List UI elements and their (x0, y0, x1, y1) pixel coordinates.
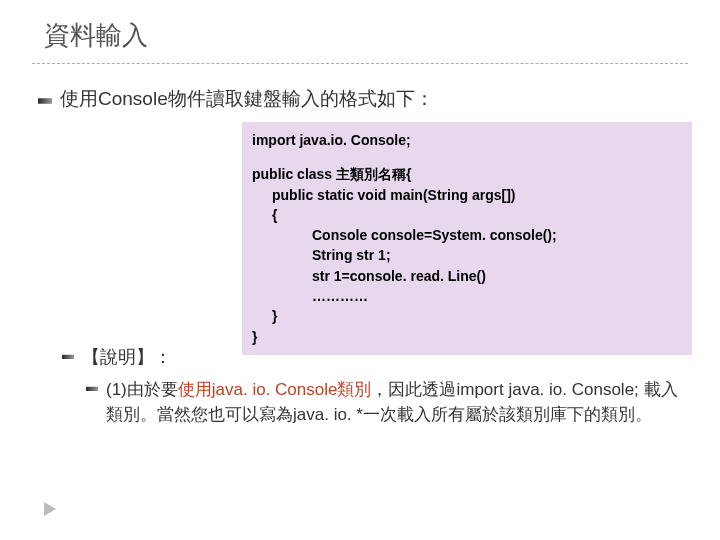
bullet-icon (86, 382, 98, 396)
slide-title: 資料輸入 (32, 18, 688, 53)
note-prefix: (1)由於要 (106, 380, 178, 399)
code-line: import java.io. Console; (252, 130, 682, 150)
note-highlight: 使用java. io. Console類別 (178, 380, 372, 399)
code-block: import java.io. Console; public class 主類… (242, 122, 692, 355)
code-line: } (252, 327, 682, 347)
next-arrow-icon (44, 502, 56, 516)
section-row: 【說明】： (62, 345, 688, 369)
section-label: 【說明】： (82, 345, 172, 369)
divider (32, 63, 688, 64)
lead-row: 使用Console物件讀取鍵盤輸入的格式如下： (38, 86, 688, 112)
bullet-icon (62, 350, 74, 364)
bullet-icon (38, 92, 52, 110)
note-row: (1)由於要使用java. io. Console類別，因此透過import j… (86, 377, 688, 428)
note-text: (1)由於要使用java. io. Console類別，因此透過import j… (106, 377, 688, 428)
code-line: public static void main(String args[]) (252, 185, 682, 205)
code-line: String str 1; (252, 245, 682, 265)
code-line: Console console=System. console(); (252, 225, 682, 245)
code-line: str 1=console. read. Line() (252, 266, 682, 286)
code-line: { (252, 205, 682, 225)
lead-text: 使用Console物件讀取鍵盤輸入的格式如下： (60, 86, 434, 112)
code-line: public class 主類別名稱{ (252, 164, 682, 184)
code-line: } (252, 306, 682, 326)
code-line: ………… (252, 286, 682, 306)
